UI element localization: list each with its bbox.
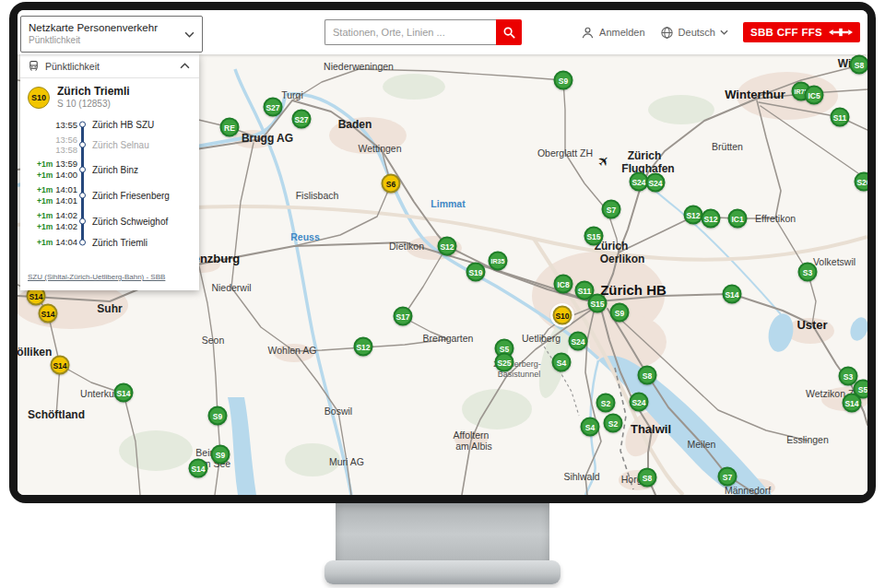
map-badge-s25[interactable]: S25 <box>495 353 514 372</box>
map-badge-s2[interactable]: S2 <box>604 414 623 433</box>
sbb-arrows-icon <box>829 27 853 38</box>
map-badge-s14[interactable]: S14 <box>39 304 58 323</box>
globe-icon <box>660 26 674 40</box>
stop-row[interactable]: +1m14:02+1m14:02Zürich Schweighof <box>20 208 199 234</box>
map-badge-s9[interactable]: S9 <box>610 303 630 323</box>
map-badge-s27[interactable]: S27 <box>292 110 312 129</box>
timeline-node <box>79 122 86 128</box>
stop-row[interactable]: +1m14:01+1m14:01Zürich Friesenberg <box>20 182 199 208</box>
train-header: S10 Zürich Triemli S 10 (12853) <box>20 78 199 114</box>
map-badge-s27[interactable]: S27 <box>264 98 283 117</box>
stop-row[interactable]: 13:55Zürich HB SZU <box>20 116 199 133</box>
map-badge-s11[interactable]: S11 <box>831 108 850 127</box>
map-badge-s10[interactable]: S10 <box>553 306 572 325</box>
monitor-frame: NiederweningenTurgiBadenBrugg AGWettinge… <box>9 2 876 503</box>
search-button[interactable] <box>496 19 522 45</box>
map-badge-s12[interactable]: S12 <box>438 237 457 256</box>
timeline-node <box>79 193 86 199</box>
map-badge-s7[interactable]: S7 <box>718 467 738 487</box>
map-badge-s26[interactable]: S26 <box>855 172 868 192</box>
stop-name: Zürich Friesenberg <box>92 191 170 201</box>
map-badge-s4[interactable]: S4 <box>552 353 572 372</box>
map-badge-ic1[interactable]: IC1 <box>728 209 748 229</box>
stop-time: 14:01 <box>55 184 77 194</box>
layer-dropdown[interactable]: Netzkarte Personenverkehr Pünktlichkeit <box>20 16 203 53</box>
map-badge-s9[interactable]: S9 <box>554 71 573 90</box>
map-badge-s24[interactable]: S24 <box>646 173 666 193</box>
map-badge-s17[interactable]: S17 <box>394 307 413 326</box>
delay-value: +1m <box>37 238 53 248</box>
map-badge-ir35[interactable]: IR35 <box>489 252 508 271</box>
chevron-down-icon <box>184 31 195 38</box>
map-badge-s15[interactable]: S15 <box>588 294 608 313</box>
language-label: Deutsch <box>678 27 715 38</box>
map-badge-s12[interactable]: S12 <box>702 209 721 229</box>
map-badge-s6[interactable]: S6 <box>382 174 401 194</box>
stop-time: 14:02 <box>55 210 77 220</box>
stop-row[interactable]: +1m14:04Zürich Triemli <box>20 234 199 251</box>
map-badge-s24[interactable]: S24 <box>630 393 649 412</box>
train-icon <box>28 60 40 72</box>
stop-row[interactable]: +1m13:59+1m14:00Zürich Binz <box>20 157 199 182</box>
login-label: Anmelden <box>599 27 645 38</box>
map-badge-s3[interactable]: S3 <box>798 263 818 282</box>
stop-list: 13:55Zürich HB SZU13:5613:58Zürich Selna… <box>20 114 199 254</box>
map-badge-s14[interactable]: S14 <box>189 459 208 478</box>
map-badge-s15[interactable]: S15 <box>584 227 604 246</box>
delay-value: +1m <box>37 222 53 232</box>
map-badge-s14[interactable]: S14 <box>723 285 742 304</box>
timeline-node <box>79 167 86 173</box>
map-badge-s12[interactable]: S12 <box>684 206 703 225</box>
map-badge-s12[interactable]: S12 <box>354 337 373 357</box>
search-input[interactable] <box>324 19 496 45</box>
monitor-stand-neck <box>336 498 549 564</box>
map-badge-s19[interactable]: S19 <box>466 263 486 282</box>
stop-time: 13:56 <box>55 135 77 145</box>
screen: NiederweningenTurgiBadenBrugg AGWettinge… <box>18 10 867 495</box>
panel-header: Pünktlichkeit <box>20 54 199 78</box>
stop-time: 13:55 <box>55 120 77 130</box>
timeline-node <box>79 142 86 148</box>
operator-link[interactable]: SZU (Sihltal-Zürich-Uetliberg-Bahn) - SB… <box>28 273 165 281</box>
punctuality-panel: Pünktlichkeit S10 Zürich Triemli S 10 (1… <box>20 54 199 290</box>
stop-time: 14:02 <box>55 221 77 231</box>
stop-time: 14:00 <box>55 170 77 180</box>
panel-title: Pünktlichkeit <box>45 61 100 72</box>
delay-value: +1m <box>37 185 53 195</box>
search-bar <box>324 19 522 45</box>
topbar: Netzkarte Personenverkehr Pünktlichkeit <box>18 10 867 54</box>
stop-time: 13:59 <box>55 159 77 169</box>
map-badge-s14[interactable]: S14 <box>51 356 70 375</box>
language-button[interactable]: Deutsch <box>660 26 728 40</box>
search-icon <box>502 26 516 40</box>
chevron-up-icon <box>180 63 190 69</box>
map-badge-s8[interactable]: S8 <box>850 55 868 75</box>
topbar-right: Anmelden Deutsch SBB CFF FFS <box>581 10 860 54</box>
map-badge-s24[interactable]: S24 <box>569 332 588 351</box>
map-badge-s4[interactable]: S4 <box>581 417 600 437</box>
map-badge-ic5[interactable]: IC5 <box>805 86 824 105</box>
map-badge-s8[interactable]: S8 <box>638 366 657 385</box>
map-badge-s9[interactable]: S9 <box>208 406 228 426</box>
timeline-node <box>79 218 86 225</box>
map-badge-s8[interactable]: S8 <box>638 468 657 488</box>
delay-value: +1m <box>37 171 53 181</box>
sbb-logo[interactable]: SBB CFF FFS <box>743 22 860 42</box>
panel-collapse-button[interactable] <box>178 61 192 71</box>
panel-footer: SZU (Sihltal-Zürich-Uetliberg-Bahn) - SB… <box>20 262 199 290</box>
stop-row[interactable]: 13:5613:58Zürich Selnau <box>20 133 199 157</box>
map-badge-s9[interactable]: S9 <box>211 445 230 465</box>
delay-value: +1m <box>37 159 53 170</box>
train-number: S 10 (12853) <box>57 99 130 110</box>
map-badge-ic8[interactable]: IC8 <box>554 275 573 294</box>
delay-value: +1m <box>37 211 53 221</box>
train-name: Zürich Triemli <box>57 85 130 98</box>
map-badge-re[interactable]: RE <box>220 118 240 137</box>
map-badge-s2[interactable]: S2 <box>596 394 616 413</box>
map-badge-s14[interactable]: S14 <box>843 394 862 413</box>
stop-name: Zürich Schweighof <box>92 217 168 227</box>
stop-name: Zürich HB SZU <box>92 120 154 130</box>
map-badge-s7[interactable]: S7 <box>602 200 621 219</box>
login-button[interactable]: Anmelden <box>581 26 645 40</box>
map-badge-s14[interactable]: S14 <box>114 383 134 403</box>
